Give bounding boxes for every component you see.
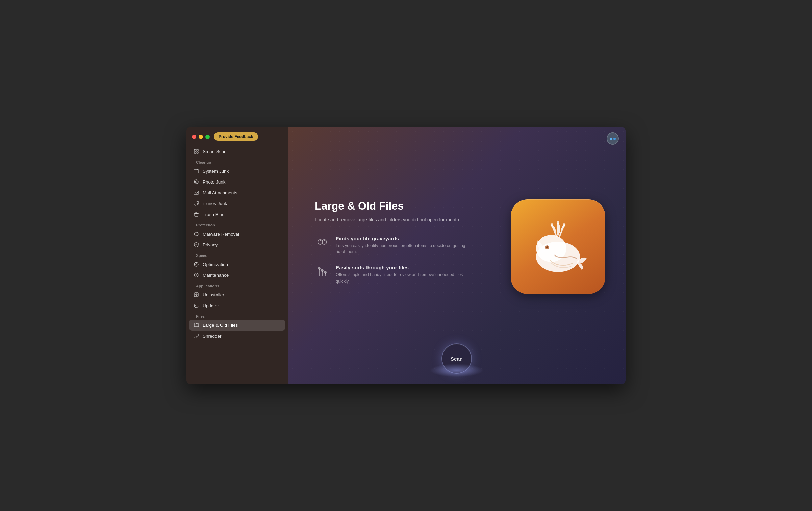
section-applications: Applications (189, 281, 285, 289)
sidebar: Provide Feedback Smart Scan Cleanup (186, 127, 288, 384)
svg-point-6 (196, 181, 197, 183)
sidebar-item-system-junk[interactable]: System Junk (189, 166, 285, 176)
section-files: Files (189, 311, 285, 320)
sidebar-item-updater[interactable]: Updater (189, 300, 285, 311)
svg-point-46 (563, 223, 565, 227)
trash-label: Trash Bins (203, 212, 224, 217)
text-section: Large & Old Files Locate and remove larg… (315, 200, 470, 294)
app-window: Provide Feedback Smart Scan Cleanup (186, 127, 626, 384)
user-avatar[interactable] (607, 132, 619, 145)
scan-label: Scan (451, 356, 463, 362)
svg-point-23 (196, 264, 197, 265)
sidebar-item-itunes-junk[interactable]: iTunes Junk (189, 198, 285, 209)
svg-rect-14 (195, 213, 198, 216)
mail-icon (193, 190, 199, 196)
maintenance-label: Maintenance (203, 273, 229, 278)
svg-rect-11 (194, 191, 199, 194)
sidebar-item-trash-bins[interactable]: Trash Bins (189, 209, 285, 220)
sidebar-item-shredder[interactable]: Shredder (189, 331, 285, 341)
page-description: Locate and remove large files and folder… (315, 216, 470, 223)
section-protection: Protection (189, 220, 285, 228)
sidebar-item-smart-scan[interactable]: Smart Scan (189, 146, 285, 157)
large-files-label: Large & Old Files (203, 323, 238, 328)
svg-point-48 (546, 246, 548, 248)
svg-rect-0 (194, 149, 196, 151)
feature-sorts-title: Easily sorts through your files (336, 265, 470, 270)
scan-button[interactable]: Scan (441, 343, 472, 374)
svg-rect-4 (194, 170, 199, 173)
titlebar: Provide Feedback (186, 132, 288, 146)
privacy-icon (193, 242, 199, 248)
optimization-icon (193, 261, 199, 267)
photo-junk-label: Photo Junk (203, 179, 226, 185)
shredder-icon (193, 333, 199, 339)
system-junk-icon (193, 168, 199, 174)
section-speed: Speed (189, 250, 285, 259)
updater-label: Updater (203, 303, 219, 308)
svg-rect-3 (197, 152, 198, 153)
top-bar (288, 127, 626, 150)
maximize-button[interactable] (205, 135, 210, 139)
close-button[interactable] (192, 135, 196, 139)
updater-icon (193, 302, 199, 309)
mail-label: Mail Attachments (203, 190, 237, 195)
malware-icon (193, 231, 199, 237)
graveyards-icon (315, 236, 330, 250)
sidebar-nav: Smart Scan Cleanup System Junk (186, 146, 288, 379)
page-title: Large & Old Files (315, 200, 470, 212)
traffic-lights (192, 135, 210, 139)
svg-point-45 (557, 221, 559, 224)
smart-scan-label: Smart Scan (203, 149, 227, 154)
sidebar-item-mail-attachments[interactable]: Mail Attachments (189, 187, 285, 198)
app-icon (511, 199, 605, 294)
sidebar-item-privacy[interactable]: Privacy (189, 239, 285, 250)
itunes-label: iTunes Junk (203, 201, 227, 206)
svg-line-20 (195, 233, 195, 233)
content-area: Large & Old Files Locate and remove larg… (288, 150, 626, 343)
privacy-label: Privacy (203, 242, 218, 247)
feature-sorts: Easily sorts through your files Offers s… (315, 265, 470, 285)
scan-section: Scan (288, 343, 626, 384)
optimization-label: Optimization (203, 262, 228, 267)
svg-rect-1 (197, 149, 198, 151)
system-junk-label: System Junk (203, 169, 229, 174)
sidebar-item-uninstaller[interactable]: Uninstaller (189, 289, 285, 300)
feature-graveyards-title: Finds your file graveyards (336, 236, 470, 241)
section-cleanup: Cleanup (189, 157, 285, 166)
feature-sorts-text: Easily sorts through your files Offers s… (336, 265, 470, 285)
uninstaller-label: Uninstaller (203, 292, 224, 297)
files-icon (193, 322, 199, 328)
sidebar-item-maintenance[interactable]: Maintenance (189, 270, 285, 281)
svg-rect-31 (194, 334, 199, 335)
minimize-button[interactable] (199, 135, 203, 139)
app-icon-wrapper (511, 199, 605, 294)
feature-graveyards-desc: Lets you easily identify numerous forgot… (336, 243, 470, 256)
main-content: Large & Old Files Locate and remove larg… (288, 127, 626, 384)
feedback-button[interactable]: Provide Feedback (214, 132, 258, 141)
maintenance-icon (193, 272, 199, 278)
uninstaller-icon (193, 292, 199, 298)
avatar-dots (610, 138, 616, 140)
smart-scan-icon (193, 148, 199, 154)
feature-graveyards-text: Finds your file graveyards Lets you easi… (336, 236, 470, 256)
trash-icon (193, 211, 199, 217)
svg-point-35 (324, 240, 325, 241)
feature-sorts-desc: Offers simple and handy filters to revie… (336, 272, 470, 285)
svg-point-44 (551, 223, 553, 227)
svg-rect-2 (194, 152, 196, 153)
sidebar-item-malware-removal[interactable]: Malware Removal (189, 228, 285, 239)
photo-junk-icon (193, 179, 199, 185)
shredder-label: Shredder (203, 334, 222, 339)
avatar-dot-1 (610, 138, 612, 140)
sidebar-item-optimization[interactable]: Optimization (189, 259, 285, 270)
malware-label: Malware Removal (203, 232, 239, 237)
music-icon (193, 200, 199, 206)
feature-graveyards: Finds your file graveyards Lets you easi… (315, 236, 470, 256)
avatar-dot-2 (613, 138, 616, 140)
svg-point-34 (320, 240, 321, 241)
sidebar-item-photo-junk[interactable]: Photo Junk (189, 176, 285, 187)
sidebar-item-large-old-files[interactable]: Large & Old Files (189, 320, 285, 331)
svg-line-21 (197, 235, 197, 235)
whale-illustration (524, 213, 592, 281)
sorts-icon (315, 265, 330, 279)
